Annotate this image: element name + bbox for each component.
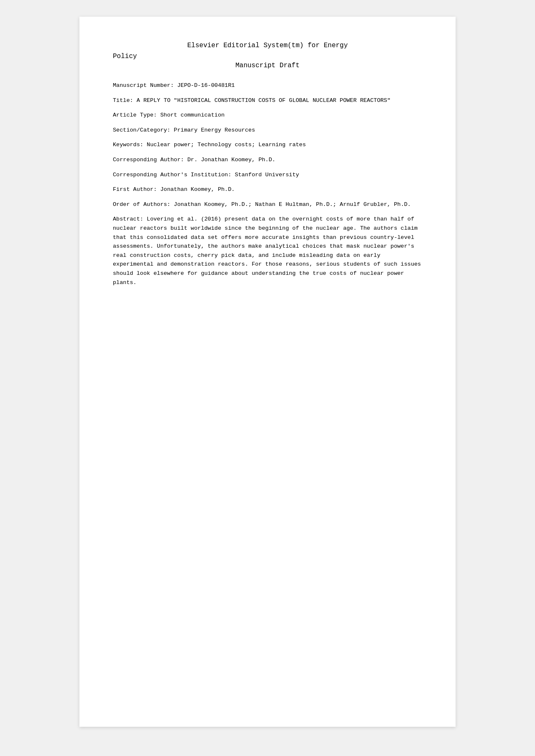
section-row: Section/Category: Primary Energy Resourc… (113, 126, 422, 135)
keywords-row: Keywords: Nuclear power; Technology cost… (113, 140, 422, 150)
article-type-label: Article Type: (113, 112, 157, 118)
first-author-label: First Author: (113, 186, 157, 193)
header-line2-left: Policy (113, 53, 422, 60)
manuscript-number-label: Manuscript Number: (113, 82, 174, 89)
header-text-line2: Policy (113, 53, 137, 60)
keywords-label: Keywords: (113, 142, 143, 148)
header-line1: Elsevier Editorial System(tm) for Energy (113, 42, 422, 49)
first-author-value: Jonathan Koomey, Ph.D. (160, 186, 234, 193)
manuscript-number-row: Manuscript Number: JEPO-D-16-00481R1 (113, 81, 422, 90)
document-page: Elsevier Editorial System(tm) for Energy… (79, 17, 456, 727)
section-value: Primary Energy Resources (174, 127, 255, 133)
header-text-line3: Manuscript Draft (235, 62, 300, 69)
header-line3: Manuscript Draft (113, 62, 422, 69)
first-author-row: First Author: Jonathan Koomey, Ph.D. (113, 185, 422, 194)
article-type-row: Article Type: Short communication (113, 111, 422, 120)
title-value: A REPLY TO "HISTORICAL CONSTRUCTION COST… (137, 97, 391, 104)
document-body: Manuscript Number: JEPO-D-16-00481R1 Tit… (113, 81, 422, 287)
corresponding-author-row: Corresponding Author: Dr. Jonathan Koome… (113, 155, 422, 165)
keywords-value: Nuclear power; Technology costs; Learnin… (147, 142, 306, 148)
title-row: Title: A REPLY TO "HISTORICAL CONSTRUCTI… (113, 96, 422, 105)
manuscript-number-value: JEPO-D-16-00481R1 (177, 82, 235, 89)
order-authors-label: Order of Authors: (113, 201, 171, 208)
article-type-value: Short communication (160, 112, 224, 118)
abstract-row: Abstract: Lovering et al. (2016) present… (113, 215, 422, 287)
header-text-line1: Elsevier Editorial System(tm) for Energy (187, 42, 348, 49)
corresponding-institution-label: Corresponding Author's Institution: (113, 172, 232, 178)
corresponding-author-label: Corresponding Author: (113, 157, 184, 163)
order-authors-value: Jonathan Koomey, Ph.D.; Nathan E Hultman… (174, 201, 411, 208)
corresponding-institution-row: Corresponding Author's Institution: Stan… (113, 170, 422, 180)
section-label: Section/Category: (113, 127, 171, 133)
corresponding-institution-value: Stanford University (235, 172, 299, 178)
corresponding-author-value: Dr. Jonathan Koomey, Ph.D. (187, 157, 275, 163)
abstract-value: Lovering et al. (2016) present data on t… (113, 216, 421, 285)
abstract-label: Abstract: (113, 216, 143, 222)
title-label: Title: (113, 97, 133, 104)
order-authors-row: Order of Authors: Jonathan Koomey, Ph.D.… (113, 200, 422, 209)
